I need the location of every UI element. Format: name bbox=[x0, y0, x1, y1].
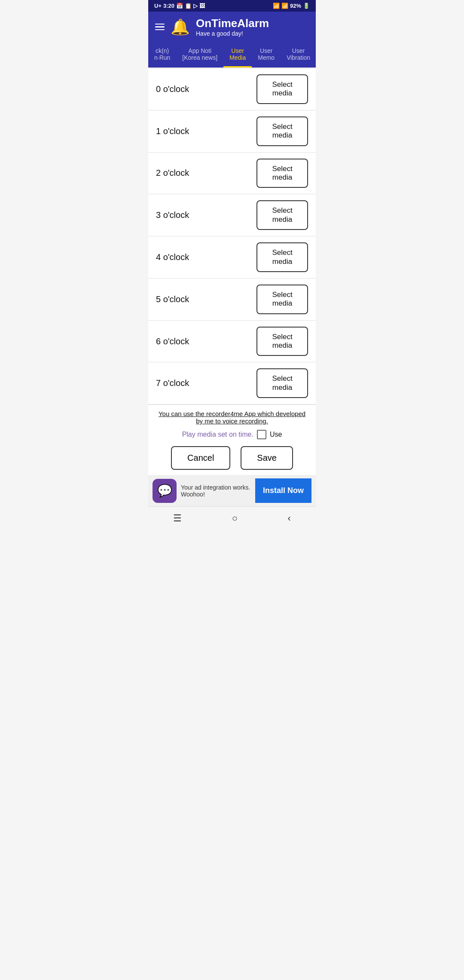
status-left: U+ 3:20 📅 📋 ▷ 🖼 bbox=[154, 3, 205, 9]
nav-bar: ☰ ○ ‹ bbox=[148, 506, 316, 528]
install-now-button[interactable]: Install Now bbox=[255, 478, 311, 503]
wifi-icon: 📶 bbox=[273, 3, 280, 9]
carrier-label: U+ bbox=[154, 3, 162, 9]
ad-app-icon: 💬 bbox=[153, 479, 177, 503]
image-icon: 🖼 bbox=[199, 3, 205, 9]
use-label: Use bbox=[270, 431, 282, 438]
list-item: 2 o'clock Selectmedia bbox=[148, 153, 316, 195]
app-header: 🔔 OnTimeAlarm Have a good day! bbox=[148, 12, 316, 42]
select-media-btn-0[interactable]: Selectmedia bbox=[256, 74, 308, 104]
row-label-4: 4 o'clock bbox=[156, 252, 189, 262]
row-label-2: 2 o'clock bbox=[156, 168, 189, 178]
calendar-icon: 📅 bbox=[176, 3, 183, 9]
tab-usermemo[interactable]: UserMemo bbox=[252, 42, 281, 67]
tab-usermedia[interactable]: UserMedia bbox=[223, 42, 252, 67]
list-item: 5 o'clock Selectmedia bbox=[148, 279, 316, 321]
time-label: 3:20 bbox=[163, 3, 174, 9]
tab-run[interactable]: ck(n)n·Run bbox=[148, 42, 176, 67]
app-subtitle: Have a good day! bbox=[196, 30, 269, 37]
status-bar: U+ 3:20 📅 📋 ▷ 🖼 📶 📶 92% 🔋 bbox=[148, 0, 316, 12]
row-label-1: 1 o'clock bbox=[156, 126, 189, 136]
header-text: OnTimeAlarm Have a good day! bbox=[196, 17, 269, 37]
ad-banner: 💬 Your ad integration works. Woohoo! Ins… bbox=[148, 475, 316, 506]
row-label-0: 0 o'clock bbox=[156, 84, 189, 94]
row-label-5: 5 o'clock bbox=[156, 294, 189, 304]
list-item: 1 o'clock Selectmedia bbox=[148, 110, 316, 153]
nav-menu-icon[interactable]: ☰ bbox=[173, 513, 182, 524]
list-item: 7 o'clock Selectmedia bbox=[148, 362, 316, 404]
bottom-section: You can use the recorder4me App which de… bbox=[148, 404, 316, 475]
row-label-7: 7 o'clock bbox=[156, 378, 189, 388]
clock-list: 0 o'clock Selectmedia 1 o'clock Selectme… bbox=[148, 68, 316, 404]
select-media-btn-7[interactable]: Selectmedia bbox=[256, 368, 308, 398]
status-right: 📶 📶 92% 🔋 bbox=[273, 3, 310, 9]
recorder-link[interactable]: You can use the recorder4me App which de… bbox=[155, 410, 309, 425]
select-media-btn-6[interactable]: Selectmedia bbox=[256, 327, 308, 356]
select-media-btn-4[interactable]: Selectmedia bbox=[256, 242, 308, 272]
battery-label: 92% bbox=[290, 3, 301, 9]
select-media-btn-5[interactable]: Selectmedia bbox=[256, 285, 308, 314]
list-item: 6 o'clock Selectmedia bbox=[148, 321, 316, 363]
play-media-label: Play media set on time. bbox=[182, 431, 253, 438]
hamburger-menu[interactable] bbox=[155, 24, 165, 31]
play-icon: ▷ bbox=[193, 3, 198, 9]
action-buttons: Cancel Save bbox=[155, 446, 309, 470]
row-label-3: 3 o'clock bbox=[156, 210, 189, 220]
play-media-row: Play media set on time. Use bbox=[155, 430, 309, 439]
ad-icon-symbol: 💬 bbox=[157, 484, 172, 498]
cancel-button[interactable]: Cancel bbox=[171, 446, 230, 470]
select-media-btn-1[interactable]: Selectmedia bbox=[256, 116, 308, 146]
app-title: OnTimeAlarm bbox=[196, 17, 269, 30]
calendar2-icon: 📋 bbox=[185, 3, 192, 9]
save-button[interactable]: Save bbox=[241, 446, 293, 470]
row-label-6: 6 o'clock bbox=[156, 337, 189, 346]
list-item: 0 o'clock Selectmedia bbox=[148, 68, 316, 110]
signal-icon: 📶 bbox=[281, 3, 288, 9]
list-item: 3 o'clock Selectmedia bbox=[148, 194, 316, 236]
battery-icon: 🔋 bbox=[303, 3, 310, 9]
select-media-btn-3[interactable]: Selectmedia bbox=[256, 200, 308, 230]
tab-appnoti[interactable]: App Noti[Korea news] bbox=[176, 42, 223, 67]
nav-home-icon[interactable]: ○ bbox=[232, 513, 238, 524]
tab-bar: ck(n)n·Run App Noti[Korea news] UserMedi… bbox=[148, 42, 316, 68]
nav-back-icon[interactable]: ‹ bbox=[287, 513, 290, 524]
use-checkbox[interactable] bbox=[257, 430, 266, 439]
select-media-btn-2[interactable]: Selectmedia bbox=[256, 159, 308, 188]
ad-text: Your ad integration works. Woohoo! bbox=[181, 484, 251, 498]
tab-uservibration[interactable]: UserVibration bbox=[281, 42, 316, 67]
list-item: 4 o'clock Selectmedia bbox=[148, 236, 316, 279]
bell-icon: 🔔 bbox=[171, 18, 190, 36]
